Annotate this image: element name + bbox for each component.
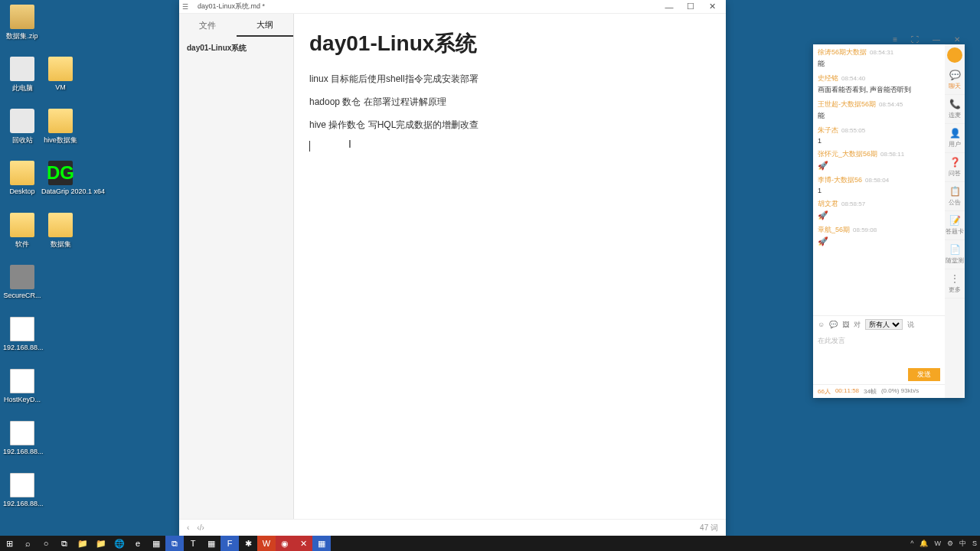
desktop-icon[interactable]: 192.168.88... bbox=[3, 317, 41, 351]
tray-icon[interactable]: S bbox=[972, 540, 977, 547]
msg-time: 08:55:05 bbox=[841, 127, 865, 134]
side-label: 问答 bbox=[949, 169, 961, 178]
icon-label: 192.168.88... bbox=[3, 344, 41, 351]
chat-message-list[interactable]: 徐涛56期大数据08:54:31能史经铭08:54:40画面看能否看到, 声音能… bbox=[813, 44, 945, 315]
maximize-button[interactable]: ☐ bbox=[680, 2, 701, 11]
desktop-icon[interactable]: SecureCR... bbox=[3, 265, 41, 299]
code-icon[interactable]: ‹/› bbox=[197, 523, 204, 532]
chat-expand-icon[interactable]: ⛶ bbox=[911, 35, 919, 44]
desktop-icon[interactable]: 此电脑 bbox=[3, 57, 41, 93]
desktop-icon[interactable]: 192.168.88... bbox=[3, 421, 41, 455]
document-line: hadoop 数仓 在部署过程讲解原理 bbox=[309, 95, 710, 109]
taskbar-app[interactable]: 📁 bbox=[92, 536, 110, 551]
side-icon: ⋮ bbox=[950, 273, 959, 284]
taskbar-app[interactable]: ▦ bbox=[147, 536, 165, 551]
msg-author: 徐涛56期大数据 bbox=[818, 48, 867, 56]
chat-status-bar: 66人 00:11:58 34帧 (0.0%) 93kb/s bbox=[813, 384, 945, 398]
image-icon[interactable]: 🖼 bbox=[842, 321, 849, 328]
msg-time: 08:58:11 bbox=[880, 151, 904, 158]
tab-outline[interactable]: 大纲 bbox=[237, 14, 294, 37]
side-icon: 📝 bbox=[949, 215, 961, 226]
chat-minimize-button[interactable]: — bbox=[933, 35, 940, 44]
icon-label: Desktop bbox=[3, 187, 41, 195]
chat-side-随堂测[interactable]: 📄随堂测 bbox=[945, 240, 965, 269]
avatar[interactable] bbox=[947, 47, 962, 63]
editor-content[interactable]: day01-Linux系统 linux 目标能后使用shell指令完成安装部署 … bbox=[294, 14, 726, 519]
file-icon bbox=[10, 473, 34, 497]
desktop-icon[interactable]: DGDataGrip 2020.1 x64 bbox=[41, 161, 80, 195]
chat-bubble-icon[interactable]: 💬 bbox=[829, 321, 838, 328]
side-label: 更多 bbox=[949, 285, 961, 294]
tray-icon[interactable]: ⚙ bbox=[947, 540, 953, 547]
search-button[interactable]: ⌕ bbox=[18, 536, 37, 551]
desktop-icon[interactable]: 回收站 bbox=[3, 109, 41, 145]
tab-files[interactable]: 文件 bbox=[179, 14, 237, 37]
file-icon bbox=[48, 109, 73, 133]
emoji-icon[interactable]: ☺ bbox=[818, 321, 825, 328]
file-icon bbox=[10, 421, 34, 445]
system-tray[interactable]: ^🔔W⚙中S bbox=[910, 539, 980, 549]
taskbar-app[interactable]: ✕ bbox=[294, 536, 312, 551]
desktop-icon[interactable]: Desktop bbox=[3, 161, 41, 195]
close-button[interactable]: ✕ bbox=[701, 2, 723, 11]
desktop-icon[interactable]: 软件 bbox=[3, 213, 41, 249]
chat-menu-icon[interactable]: ≡ bbox=[893, 35, 897, 44]
chat-close-button[interactable]: ✕ bbox=[954, 35, 960, 44]
taskbar-app[interactable]: 📁 bbox=[74, 536, 92, 551]
hamburger-icon[interactable]: ☰ bbox=[182, 3, 193, 11]
taskbar-typora[interactable]: T bbox=[184, 536, 202, 551]
chat-message: 胡文君08:58:57🚀 bbox=[818, 199, 940, 220]
chat-input[interactable]: 在此发言 bbox=[813, 333, 945, 367]
start-button[interactable]: ⊞ bbox=[0, 536, 18, 551]
chat-side-公告[interactable]: 📋公告 bbox=[945, 182, 965, 211]
chat-side-更多[interactable]: ⋮更多 bbox=[945, 269, 965, 298]
document-heading: day01-Linux系统 bbox=[309, 29, 710, 58]
chat-side-问答[interactable]: ❓问答 bbox=[945, 153, 965, 182]
outline-item[interactable]: day01-Linux系统 bbox=[179, 37, 293, 60]
taskbar-edge[interactable]: e bbox=[129, 536, 147, 551]
taskview-button[interactable]: ⧉ bbox=[55, 536, 74, 551]
word-count: 47 词 bbox=[700, 523, 718, 533]
taskbar-app[interactable]: F bbox=[220, 536, 239, 551]
desktop-icon[interactable]: VM bbox=[41, 57, 80, 91]
file-icon bbox=[10, 109, 34, 133]
chat-side-连麦[interactable]: 📞连麦 bbox=[945, 95, 965, 124]
chat-side-答题卡[interactable]: 📝答题卡 bbox=[945, 211, 965, 240]
desktop-icon[interactable]: 192.168.88... bbox=[3, 473, 41, 507]
icon-label: DataGrip 2020.1 x64 bbox=[41, 187, 80, 195]
taskbar-app[interactable]: ◉ bbox=[276, 536, 294, 551]
audience-select[interactable]: 所有人 bbox=[865, 319, 903, 330]
file-icon bbox=[10, 369, 34, 393]
side-label: 答题卡 bbox=[946, 227, 964, 236]
back-icon[interactable]: ‹ bbox=[187, 523, 189, 532]
tray-icon[interactable]: 🔔 bbox=[920, 540, 928, 547]
desktop-icon[interactable]: 数据集.zip bbox=[3, 5, 41, 41]
send-button[interactable]: 发送 bbox=[908, 368, 940, 381]
tray-icon[interactable]: W bbox=[934, 540, 941, 547]
side-icon: 📋 bbox=[949, 186, 961, 197]
msg-author: 张怀元_大数据56期 bbox=[818, 150, 877, 158]
taskbar-app[interactable]: ▦ bbox=[312, 536, 331, 551]
chat-side-用户[interactable]: 👤用户 bbox=[945, 124, 965, 153]
target-label: 对 bbox=[854, 320, 861, 330]
cortana-button[interactable]: ○ bbox=[37, 536, 55, 551]
icon-label: hive数据集 bbox=[41, 135, 80, 145]
desktop-icon[interactable]: 数据集 bbox=[41, 213, 80, 249]
chat-message: 王世超-大数据56期08:54:45能 bbox=[818, 99, 940, 121]
taskbar-app[interactable]: ▦ bbox=[202, 536, 220, 551]
desktop-icon[interactable]: HostKeyD... bbox=[3, 369, 41, 403]
side-label: 用户 bbox=[949, 140, 961, 148]
msg-time: 08:54:45 bbox=[879, 101, 903, 108]
taskbar-app[interactable]: ✱ bbox=[239, 536, 257, 551]
chat-side-聊天[interactable]: 💬聊天 bbox=[945, 66, 965, 95]
taskbar-vscode[interactable]: ⧉ bbox=[165, 536, 184, 551]
file-icon bbox=[48, 57, 73, 81]
msg-time: 08:58:04 bbox=[865, 177, 889, 184]
tray-icon[interactable]: 中 bbox=[959, 539, 966, 549]
taskbar-chrome[interactable]: 🌐 bbox=[110, 536, 129, 551]
minimize-button[interactable]: — bbox=[658, 2, 680, 11]
tray-icon[interactable]: ^ bbox=[910, 540, 913, 547]
desktop-icon[interactable]: hive数据集 bbox=[41, 109, 80, 145]
taskbar-app[interactable]: W bbox=[257, 536, 276, 551]
editor-window: ☰ day01-Linux系统.md * — ☐ ✕ 文件 大纲 day01-L… bbox=[179, 0, 726, 536]
